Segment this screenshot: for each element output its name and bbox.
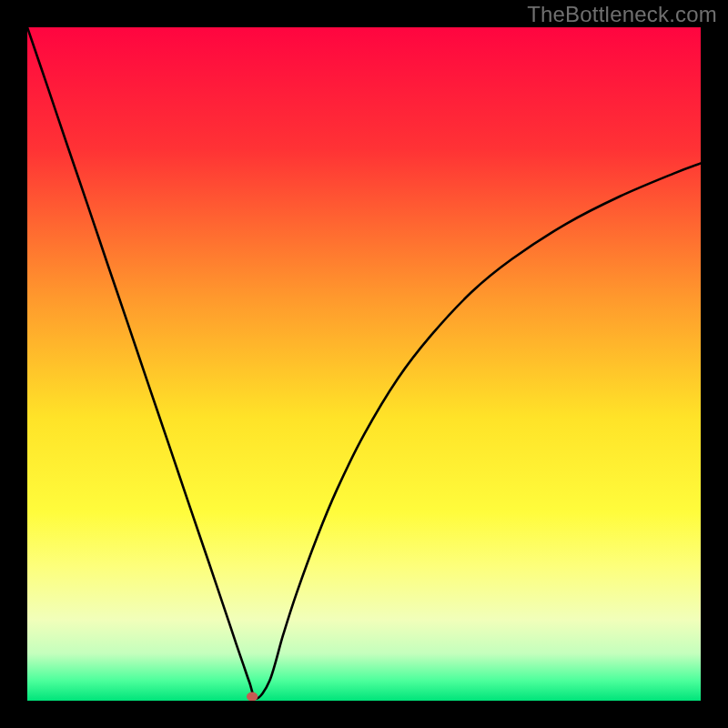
plot-area [27,27,701,701]
curve-layer [27,27,701,701]
optimum-marker-icon [247,693,258,701]
bottleneck-curve [27,27,701,699]
chart-frame: TheBottleneck.com [0,0,728,728]
watermark-text: TheBottleneck.com [527,2,717,27]
